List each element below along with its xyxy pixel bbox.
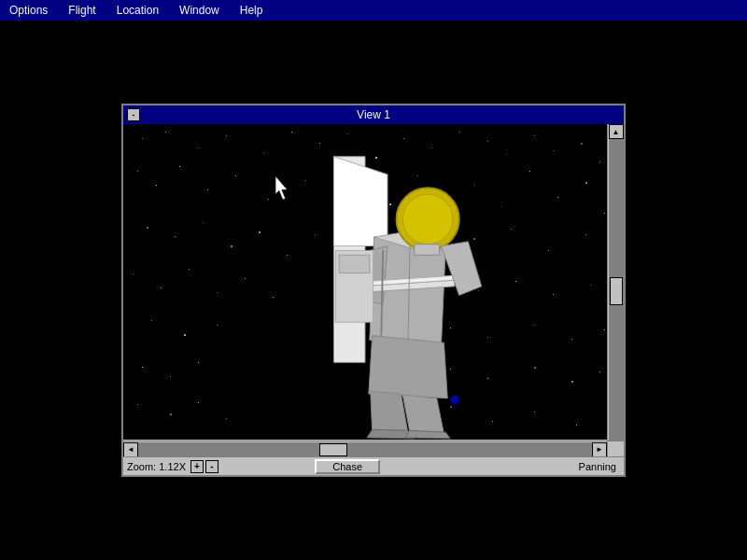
scroll-right-button[interactable]: ► xyxy=(592,442,607,457)
star xyxy=(487,378,488,379)
minimize-button[interactable]: - xyxy=(127,108,140,121)
star xyxy=(450,275,451,276)
star xyxy=(417,175,418,176)
scroll-corner xyxy=(607,441,624,457)
star xyxy=(515,281,516,282)
star xyxy=(175,236,176,237)
svg-rect-6 xyxy=(415,245,440,256)
viewport[interactable] xyxy=(123,124,607,440)
star xyxy=(156,185,157,186)
menu-location[interactable]: Location xyxy=(111,2,164,19)
star xyxy=(319,143,320,144)
svg-rect-19 xyxy=(339,255,370,273)
star xyxy=(590,285,591,286)
scroll-up-button[interactable]: ▲ xyxy=(609,124,624,139)
star xyxy=(217,292,218,293)
star xyxy=(445,194,446,195)
star xyxy=(492,421,493,422)
star xyxy=(506,154,507,155)
star xyxy=(170,376,171,377)
bottom-bar: ◄ ► Zoom: 1.12X + - Chase Panning xyxy=(123,440,624,475)
star xyxy=(287,255,288,256)
star xyxy=(478,290,479,291)
star xyxy=(347,133,348,134)
star xyxy=(571,381,573,383)
star xyxy=(450,406,452,408)
star xyxy=(534,325,535,326)
star xyxy=(585,234,586,235)
star xyxy=(217,325,218,326)
star xyxy=(487,337,488,338)
horizontal-scrollbar: ◄ ► xyxy=(123,441,607,457)
star xyxy=(585,182,587,184)
star xyxy=(553,294,554,295)
zoom-label: Zoom: 1.12X xyxy=(123,461,190,472)
menu-options[interactable]: Options xyxy=(4,2,53,19)
scroll-track-horizontal[interactable] xyxy=(138,442,592,457)
star xyxy=(450,369,451,370)
star xyxy=(137,404,138,405)
svg-marker-21 xyxy=(275,176,287,200)
scroll-thumb-horizontal[interactable] xyxy=(319,443,347,456)
star xyxy=(557,197,558,198)
star xyxy=(501,206,502,207)
star xyxy=(450,328,451,329)
star xyxy=(315,234,316,235)
svg-point-5 xyxy=(402,194,453,245)
star xyxy=(581,143,583,145)
star xyxy=(534,412,535,413)
view-titlebar: - View 1 xyxy=(123,105,624,124)
scroll-track-vertical[interactable] xyxy=(609,139,624,443)
star xyxy=(599,371,600,372)
star xyxy=(170,413,172,415)
scroll-left-button[interactable]: ◄ xyxy=(123,442,138,457)
menu-help[interactable]: Help xyxy=(234,2,269,19)
star xyxy=(165,132,166,133)
chase-button[interactable]: Chase xyxy=(315,459,380,474)
star xyxy=(151,320,152,321)
star xyxy=(445,225,446,226)
svg-marker-1 xyxy=(333,157,388,246)
scroll-thumb-vertical[interactable] xyxy=(610,277,623,305)
star xyxy=(189,269,190,270)
star xyxy=(231,245,233,247)
star xyxy=(604,213,605,214)
star xyxy=(553,150,554,151)
zoom-plus-button[interactable]: + xyxy=(190,460,204,473)
star xyxy=(571,339,572,340)
star xyxy=(459,132,460,133)
panning-label: Panning xyxy=(571,461,624,472)
star xyxy=(259,231,261,233)
star xyxy=(207,189,208,190)
svg-marker-13 xyxy=(402,395,444,434)
star xyxy=(534,135,535,136)
star xyxy=(142,138,143,139)
star xyxy=(273,297,274,298)
star xyxy=(147,227,148,229)
star xyxy=(235,175,236,176)
svg-marker-12 xyxy=(371,391,408,434)
svg-point-20 xyxy=(450,396,459,405)
main-area: - View 1 xyxy=(0,21,747,560)
star xyxy=(184,334,186,336)
zoom-minus-button[interactable]: - xyxy=(205,460,218,473)
star xyxy=(548,250,549,251)
star xyxy=(268,199,269,200)
view-title: View 1 xyxy=(357,108,390,121)
star xyxy=(263,152,264,153)
view-window: - View 1 xyxy=(121,104,626,477)
star xyxy=(198,362,199,363)
star xyxy=(487,141,488,142)
star xyxy=(389,203,391,205)
svg-marker-11 xyxy=(369,336,447,399)
star xyxy=(198,147,199,148)
star xyxy=(599,161,600,162)
astronaut-figure xyxy=(123,124,607,440)
menu-flight[interactable]: Flight xyxy=(63,2,101,19)
menu-window[interactable]: Window xyxy=(174,2,225,19)
star xyxy=(473,238,475,240)
star xyxy=(604,329,605,330)
star xyxy=(137,171,138,172)
star xyxy=(529,171,530,172)
star xyxy=(203,222,204,223)
